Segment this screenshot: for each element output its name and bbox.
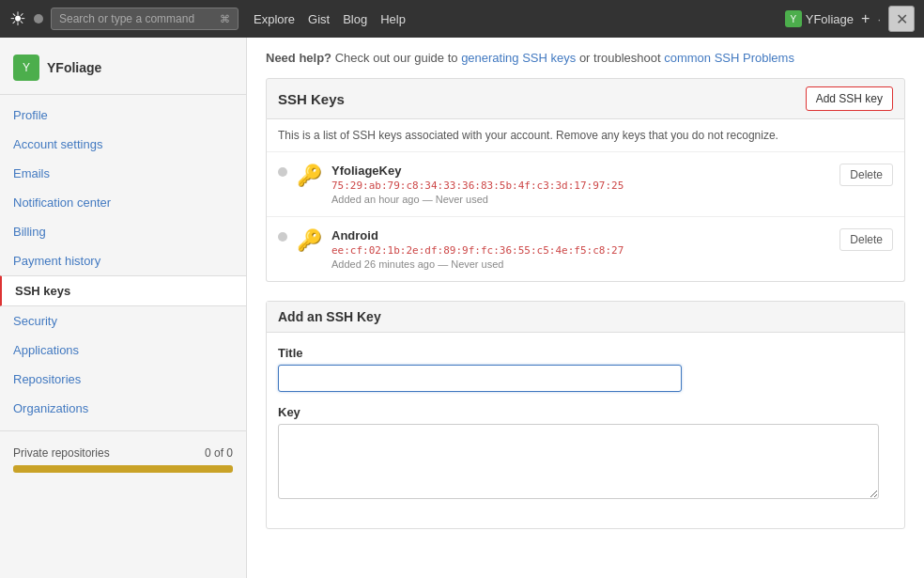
status-indicator [34,14,43,23]
ssh-status-dot [278,167,287,177]
main-nav: Explore Gist Blog Help [254,12,406,26]
ssh-keys-section-header: SSH Keys Add SSH key [266,78,905,119]
help-link-troubleshoot[interactable]: common SSH Problems [664,51,794,65]
nav-blog[interactable]: Blog [343,12,367,26]
sidebar-item-applications[interactable]: Applications [0,336,246,365]
ssh-key-fingerprint: ee:cf:02:1b:2e:df:89:9f:fc:36:55:c5:4e:f… [331,244,839,257]
nav-explore[interactable]: Explore [254,12,295,26]
github-logo-icon[interactable]: ☀ [9,8,26,30]
avatar: Y [785,10,802,27]
ssh-key-name: Android [331,228,839,242]
nav-help[interactable]: Help [380,12,406,26]
ssh-key-item: 🔑 Android ee:cf:02:1b:2e:df:89:9f:fc:36:… [267,217,904,281]
close-icon: ✕ [896,10,908,28]
nav-gist[interactable]: Gist [308,12,330,26]
sidebar-item-profile[interactable]: Profile [0,101,246,130]
help-mid: or troubleshoot [579,51,664,65]
user-menu[interactable]: Y YFoliage [785,10,854,27]
delete-key-button[interactable]: Delete [839,228,893,251]
sidebar-item-notification-center[interactable]: Notification center [0,188,246,217]
ssh-keys-section-body: This is a list of SSH keys associated wi… [266,119,905,282]
sidebar-item-account-settings[interactable]: Account settings [0,130,246,159]
ssh-key-info: Android ee:cf:02:1b:2e:df:89:9f:fc:36:55… [331,228,839,270]
add-ssh-key-button[interactable]: Add SSH key [806,86,893,111]
sidebar-avatar: Y [13,55,39,81]
page-layout: Y YFoliage Profile Account settings Emai… [0,38,924,578]
private-repos-label: Private repositories [13,446,110,460]
ssh-key-meta: Added 26 minutes ago — Never used [331,258,839,270]
new-item-button[interactable]: + [861,10,870,27]
help-link-generate[interactable]: generating SSH keys [461,51,576,65]
delete-key-button[interactable]: Delete [839,164,893,186]
key-label: Key [278,405,893,419]
key-form-group: Key [278,405,893,502]
sidebar-item-payment-history[interactable]: Payment history [0,246,246,275]
command-icon: ⌘ [220,13,230,25]
private-repos-section: Private repositories 0 of 0 [0,439,246,480]
help-text: Need help? Check out our guide to genera… [266,51,905,65]
section-description: This is a list of SSH keys associated wi… [267,119,904,152]
sidebar-username: YFoliage [47,60,101,75]
sidebar-user: Y YFoliage [0,47,246,95]
sidebar-item-organizations[interactable]: Organizations [0,394,246,423]
title-input[interactable] [278,365,682,392]
ssh-key-meta: Added an hour ago — Never used [331,194,839,205]
search-box[interactable]: ⌘ [51,8,239,30]
add-ssh-section-body: Title Key [267,333,904,528]
help-bold: Need help? [266,51,331,65]
help-desc: Check out our guide to [335,51,461,65]
ssh-key-name: YfoliageKey [331,164,839,178]
ssh-key-fingerprint: 75:29:ab:79:c8:34:33:36:83:5b:4f:c3:3d:1… [331,180,839,192]
close-button[interactable]: ✕ [888,6,915,32]
sidebar-item-billing[interactable]: Billing [0,217,246,246]
key-icon: 🔑 [297,164,322,188]
ssh-keys-title: SSH Keys [278,91,345,107]
ssh-key-item: 🔑 YfoliageKey 75:29:ab:79:c8:34:33:36:83… [267,152,904,217]
sidebar-item-security[interactable]: Security [0,306,246,336]
main-content: Need help? Check out our guide to genera… [247,38,924,578]
sidebar-item-ssh-keys[interactable]: SSH keys [0,275,247,306]
add-ssh-section-header: Add an SSH Key [267,302,904,333]
ssh-key-info: YfoliageKey 75:29:ab:79:c8:34:33:36:83:5… [331,164,839,205]
separator: · [877,12,881,26]
header-right: Y YFoliage + · ✕ [785,6,915,32]
add-ssh-key-section: Add an SSH Key Title Key [266,301,905,529]
ssh-status-dot [278,232,287,242]
search-input[interactable] [59,12,209,25]
username-label: YFoliage [806,12,854,26]
header: ☀ ⌘ Explore Gist Blog Help Y YFoliage + … [0,0,924,38]
private-repos-bar [13,465,233,473]
sidebar-item-emails[interactable]: Emails [0,159,246,188]
sidebar-nav: Profile Account settings Emails Notifica… [0,101,246,480]
key-textarea[interactable] [278,424,879,499]
title-label: Title [278,346,893,360]
sidebar: Y YFoliage Profile Account settings Emai… [0,38,247,578]
private-repos-count: 0 of 0 [205,446,233,460]
private-repos-fill [13,465,233,473]
title-form-group: Title [278,346,893,392]
key-icon: 🔑 [297,228,322,253]
sidebar-item-repositories[interactable]: Repositories [0,365,246,394]
